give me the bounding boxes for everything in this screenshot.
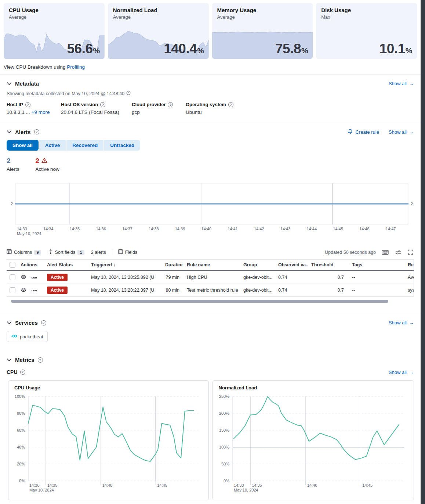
arrow-right-icon: → [409, 320, 414, 325]
kpi-value: 56.6% [67, 41, 100, 57]
alerts-active-stat: 2 Active now [36, 157, 59, 172]
chevron-down-icon[interactable] [7, 321, 12, 325]
normalized-load-chart-card[interactable]: Normalized Load 0%50%100%150%200%250%14:… [212, 380, 414, 500]
metadata-fields: Host IP? 10.8.3.1 ... +9 more Host OS ve… [7, 102, 414, 123]
keyboard-shortcuts-button[interactable] [381, 249, 389, 256]
alerts-count-label: 2 alerts [91, 250, 106, 255]
svg-text:14:30: 14:30 [29, 483, 40, 487]
kpi-card-memory-usage[interactable]: Memory Usage Average 75.8% [212, 3, 313, 59]
kpi-card-cpu-usage[interactable]: CPU Usage Average 56.6% [4, 3, 105, 59]
toolbar-divider [112, 249, 112, 255]
columns-icon [7, 249, 12, 255]
chevron-down-icon[interactable] [7, 130, 12, 134]
grid-settings-icon[interactable] [395, 249, 402, 256]
help-icon[interactable]: ? [34, 129, 39, 134]
svg-text:May 10, 2024: May 10, 2024 [29, 488, 54, 492]
col-alert-status: Alert Status [44, 260, 88, 271]
svg-text:0%: 0% [224, 479, 229, 483]
kpi-card-disk-usage[interactable]: Disk Usage Max 10.1% [316, 3, 417, 59]
select-all-checkbox[interactable] [10, 262, 15, 268]
more-actions-icon[interactable] [32, 275, 37, 280]
svg-text:14:35: 14:35 [252, 483, 262, 487]
alerts-title: Alerts [15, 129, 31, 135]
col-duration: Duration [162, 260, 182, 271]
alert-threshold: 0.7 [308, 271, 347, 284]
chart-title: CPU Usage [8, 385, 208, 394]
svg-text:200%: 200% [219, 411, 229, 415]
metadata-field-host-ip: Host IP? 10.8.3.1 ... +9 more [7, 102, 61, 115]
columns-button[interactable]: Columns 9 [7, 249, 41, 255]
kpi-subtitle: Average [212, 13, 313, 20]
col-group: Group [240, 260, 275, 271]
service-chip-packetbeat[interactable]: packetbeat [7, 331, 48, 342]
more-actions-icon[interactable] [32, 288, 37, 293]
row-checkbox[interactable] [10, 274, 15, 280]
svg-text:2: 2 [411, 202, 413, 206]
window-scrollbar-track[interactable] [421, 0, 425, 504]
profiling-link[interactable]: Profiling [67, 64, 85, 70]
tab-recovered[interactable]: Recovered [66, 140, 104, 151]
svg-text:14:41: 14:41 [228, 227, 238, 231]
help-icon[interactable]: ? [38, 357, 43, 363]
horizontal-scrollbar[interactable] [11, 300, 388, 303]
alert-status-badge: Active [47, 287, 68, 294]
alert-row[interactable]: Active May 10, 2024, 13:28:25.892 (U 79 … [7, 271, 414, 284]
help-icon[interactable]: ? [228, 102, 233, 107]
svg-text:250%: 250% [219, 394, 229, 399]
fullscreen-icon[interactable] [407, 249, 414, 256]
svg-text:14:42: 14:42 [254, 227, 264, 231]
col-tags: Tags [347, 260, 405, 271]
bell-icon [348, 129, 353, 135]
chevron-down-icon[interactable] [7, 358, 12, 362]
svg-text:80%: 80% [17, 411, 25, 415]
svg-text:14:40: 14:40 [307, 483, 317, 487]
help-icon[interactable]: ? [20, 370, 25, 375]
alerts-section: Alerts ? Create rule Show all→ Show all … [0, 123, 421, 314]
help-icon[interactable]: ? [100, 102, 105, 107]
help-icon[interactable]: ? [25, 102, 30, 107]
svg-text:14:37: 14:37 [122, 227, 132, 231]
sort-fields-button[interactable]: Sort fields 1 [48, 249, 84, 255]
alert-reason: syst [405, 284, 414, 297]
create-rule-link[interactable]: Create rule [348, 129, 379, 135]
view-alert-eye-icon[interactable] [21, 287, 26, 294]
row-checkbox[interactable] [10, 287, 15, 293]
sort-icon [48, 249, 53, 255]
fields-button[interactable]: Fields [118, 249, 137, 255]
tab-active[interactable]: Active [39, 140, 67, 151]
svg-text:14:33: 14:33 [17, 227, 27, 231]
alert-triggered: May 10, 2024, 13:28:22.397 (U [88, 284, 162, 297]
metadata-collected-text: Showing metadata collected on May 10, 20… [7, 91, 414, 96]
more-ips-link[interactable]: +9 more [32, 109, 50, 115]
kpi-card-normalized-load[interactable]: Normalized Load Average 140.4% [108, 3, 209, 59]
warning-icon [41, 157, 47, 165]
metadata-field-os-version: Host OS version? 20.04.6 LTS (Focal Foss… [61, 102, 132, 115]
alert-row[interactable]: Active May 10, 2024, 13:28:22.397 (U 80 … [7, 284, 414, 297]
metadata-show-all-link[interactable]: Show all→ [389, 81, 414, 86]
services-title: Services [15, 320, 38, 326]
kpi-title: CPU Usage [4, 3, 105, 13]
svg-text:14:34: 14:34 [43, 227, 54, 231]
services-show-all-link[interactable]: Show all→ [389, 320, 414, 325]
tab-untracked[interactable]: Untracked [104, 140, 140, 151]
tab-show-all[interactable]: Show all [7, 140, 39, 151]
help-icon[interactable]: ? [41, 320, 46, 325]
svg-text:150%: 150% [219, 428, 229, 432]
col-triggered[interactable]: Triggered ↓ [88, 260, 162, 271]
svg-text:14:47: 14:47 [386, 227, 396, 231]
metrics-show-all-link[interactable]: Show all→ [389, 370, 414, 375]
kpi-cards-row: CPU Usage Average 56.6% Normalized Load … [0, 0, 421, 59]
svg-text:14:45: 14:45 [157, 483, 167, 487]
alert-group: gke-dev-oblt... [240, 284, 275, 297]
alerts-show-all-link[interactable]: Show all→ [389, 129, 414, 135]
alerts-timeline-chart[interactable]: 14:3314:3414:3514:3614:3714:3814:3914:40… [7, 182, 418, 238]
alert-threshold: 0.7 [308, 284, 347, 297]
host-details-page: CPU Usage Average 56.6% Normalized Load … [0, 0, 425, 504]
help-icon[interactable]: ? [168, 102, 173, 107]
cpu-usage-chart-card[interactable]: CPU Usage 0%20%40%60%80%100%14:3014:3514… [8, 380, 209, 500]
chevron-down-icon[interactable] [7, 82, 12, 86]
cpu-usage-line-chart: 0%20%40%60%80%100%14:3014:3514:4014:45Ma… [11, 394, 202, 494]
columns-count-badge: 9 [34, 250, 41, 255]
view-alert-eye-icon[interactable] [21, 274, 26, 281]
svg-text:100%: 100% [15, 394, 25, 399]
